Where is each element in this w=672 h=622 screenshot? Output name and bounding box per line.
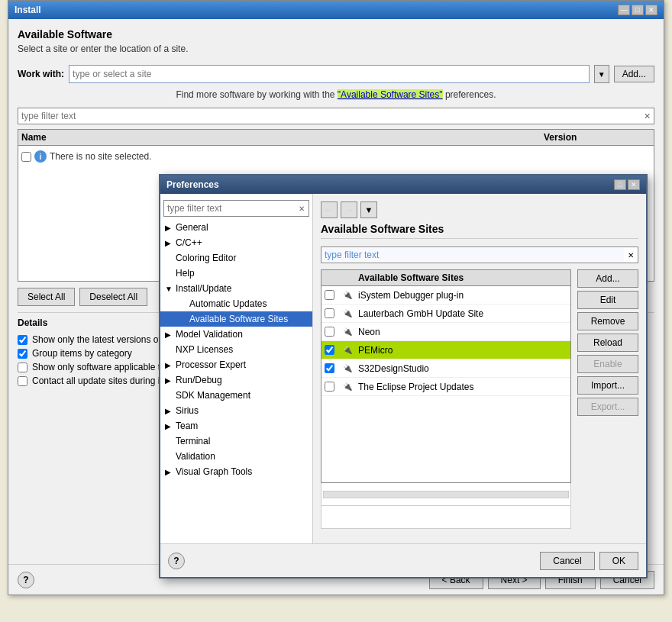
pref-minimize-button[interactable]: □ [614, 179, 626, 190]
tree-item-terminal[interactable]: Terminal [160, 433, 312, 449]
tree-item-install-update[interactable]: ▼ Install/Update [160, 281, 312, 296]
tree-item-auto-updates[interactable]: Automatic Updates [160, 296, 312, 311]
tree-item-nxp[interactable]: NXP Licenses [160, 342, 312, 357]
sites-reload-button[interactable]: Reload [577, 334, 638, 352]
tree-item-validation[interactable]: Validation [160, 449, 312, 464]
pref-close-button[interactable]: ✕ [628, 179, 640, 190]
title-bar-buttons: — □ ✕ [618, 5, 657, 15]
tree-label-sdk: SDK Management [176, 390, 250, 401]
sites-filter-clear-icon[interactable]: ✕ [624, 251, 638, 259]
tree-item-model[interactable]: ▶ Model Validation [160, 327, 312, 342]
pref-help-button[interactable]: ? [168, 553, 185, 569]
site-row-lauterbach[interactable]: 🔌 Lauterbach GmbH Update Site [321, 305, 570, 323]
site-row-s32[interactable]: 🔌 S32DesignStudio [321, 359, 570, 378]
work-with-label: Work with: [18, 69, 64, 79]
sites-table: Available Software Sites 🔌 iSystem Debug… [321, 269, 571, 483]
help-button[interactable]: ? [18, 572, 34, 588]
checkbox-group-input[interactable] [18, 349, 27, 359]
site-checkbox-eclipse[interactable] [325, 382, 334, 392]
sites-remove-button[interactable]: Remove [577, 312, 638, 330]
checkbox-applicable-input[interactable] [18, 363, 27, 372]
tree-arrow-visual: ▶ [165, 468, 173, 476]
site-checkbox-lauterbach[interactable] [325, 308, 334, 318]
add-button[interactable]: Add... [614, 66, 654, 82]
site-checkbox-pemicro[interactable] [325, 345, 334, 355]
site-name-s32: S32DesignStudio [358, 363, 567, 374]
sites-filter-input[interactable] [321, 248, 624, 262]
work-with-dropdown-arrow[interactable]: ▼ [594, 65, 609, 83]
site-icon-eclipse: 🔌 [343, 382, 358, 391]
work-with-input[interactable] [69, 65, 590, 83]
pref-footer: ? Cancel OK [160, 543, 646, 577]
horiz-scrollbar[interactable] [323, 491, 569, 498]
page-title: Available Software [18, 28, 654, 40]
site-row-eclipse[interactable]: 🔌 The Eclipse Project Updates [321, 378, 570, 396]
checkbox-contact-input[interactable] [18, 376, 27, 386]
site-check-eclipse[interactable] [325, 382, 343, 392]
filter-input[interactable] [18, 109, 640, 123]
pref-title-buttons: □ ✕ [614, 179, 640, 190]
tree-filter-clear-icon[interactable]: ✕ [295, 205, 309, 213]
site-checkbox-neon[interactable] [325, 327, 334, 337]
tree-arrow-help [165, 269, 173, 278]
tree-item-coloring[interactable]: Coloring Editor [160, 250, 312, 266]
site-check-lauterbach[interactable] [325, 308, 343, 318]
pref-right-table: Available Software Sites 🔌 iSystem Debug… [321, 269, 571, 529]
site-checkbox-s32[interactable] [325, 363, 334, 373]
deselect-all-button[interactable]: Deselect All [79, 288, 147, 306]
tree-label-processor: Processor Expert [176, 359, 246, 370]
site-row-isystem[interactable]: 🔌 iSystem Debugger plug-in [321, 286, 570, 305]
sites-import-button[interactable]: Import... [577, 376, 638, 395]
site-check-neon[interactable] [325, 327, 343, 337]
minimize-button[interactable]: — [618, 5, 630, 15]
site-row-neon[interactable]: 🔌 Neon [321, 323, 570, 341]
tree-item-available-sites[interactable]: Available Software Sites [160, 311, 312, 327]
sites-add-button[interactable]: Add... [577, 269, 638, 288]
tree-item-cpp[interactable]: ▶ C/C++ [160, 235, 312, 250]
tree-label-general: General [176, 222, 208, 233]
pref-cancel-button[interactable]: Cancel [540, 552, 594, 570]
sites-enable-button[interactable]: Enable [577, 355, 638, 373]
tree-item-team[interactable]: ▶ Team [160, 418, 312, 433]
site-check-s32[interactable] [325, 363, 343, 373]
tree-filter-input[interactable] [164, 201, 295, 215]
col-version: Version [544, 132, 651, 143]
sites-edit-button[interactable]: Edit [577, 291, 638, 309]
no-site-checkbox[interactable] [21, 152, 31, 162]
site-name-neon: Neon [358, 327, 567, 337]
no-site-row: i There is no site selected. [18, 146, 654, 167]
site-check-isystem[interactable] [325, 290, 343, 300]
tree-item-processor[interactable]: ▶ Processor Expert [160, 357, 312, 372]
site-check-pemicro[interactable] [325, 345, 343, 355]
checkbox-group-label: Group items by category [32, 348, 132, 359]
site-icon-s32: 🔌 [343, 364, 358, 372]
tree-label-sites: Available Software Sites [189, 314, 288, 324]
tree-item-visual[interactable]: ▶ Visual Graph Tools [160, 464, 312, 479]
sites-export-button[interactable]: Export... [577, 398, 638, 416]
tree-item-sirius[interactable]: ▶ Sirius [160, 403, 312, 418]
pref-ok-button[interactable]: OK [599, 552, 638, 570]
filter-clear-icon[interactable]: ✕ [640, 109, 654, 123]
tree-item-general[interactable]: ▶ General [160, 220, 312, 235]
checkbox-latest-input[interactable] [18, 335, 27, 345]
page-subtitle: Select a site or enter the location of a… [18, 44, 654, 54]
site-checkbox-isystem[interactable] [325, 290, 334, 300]
pref-section-title: Available Software Sites [321, 223, 638, 239]
select-all-button[interactable]: Select All [18, 288, 75, 306]
tree-label-auto: Automatic Updates [189, 298, 267, 309]
available-software-sites-link[interactable]: "Available Software Sites" [338, 89, 443, 100]
tree-item-sdk[interactable]: SDK Management [160, 388, 312, 403]
tree-item-run-debug[interactable]: ▶ Run/Debug [160, 372, 312, 388]
maximize-button[interactable]: □ [632, 5, 644, 15]
pref-tree: ✕ ▶ General ▶ C/C++ Coloring Editor Help… [160, 194, 313, 543]
tree-arrow-coloring [165, 254, 173, 263]
tree-arrow-sites [179, 315, 186, 324]
back-arrow-button[interactable]: ← [321, 201, 338, 218]
filter-bar: ✕ [18, 108, 654, 124]
down-arrow-button[interactable]: ▼ [360, 201, 377, 218]
tree-item-help[interactable]: Help [160, 266, 312, 281]
site-row-pemicro[interactable]: 🔌 PEMicro [321, 341, 570, 359]
forward-arrow-button[interactable]: → [341, 201, 357, 218]
work-with-row: Work with: ▼ Add... [18, 65, 654, 83]
close-button[interactable]: ✕ [645, 5, 657, 15]
